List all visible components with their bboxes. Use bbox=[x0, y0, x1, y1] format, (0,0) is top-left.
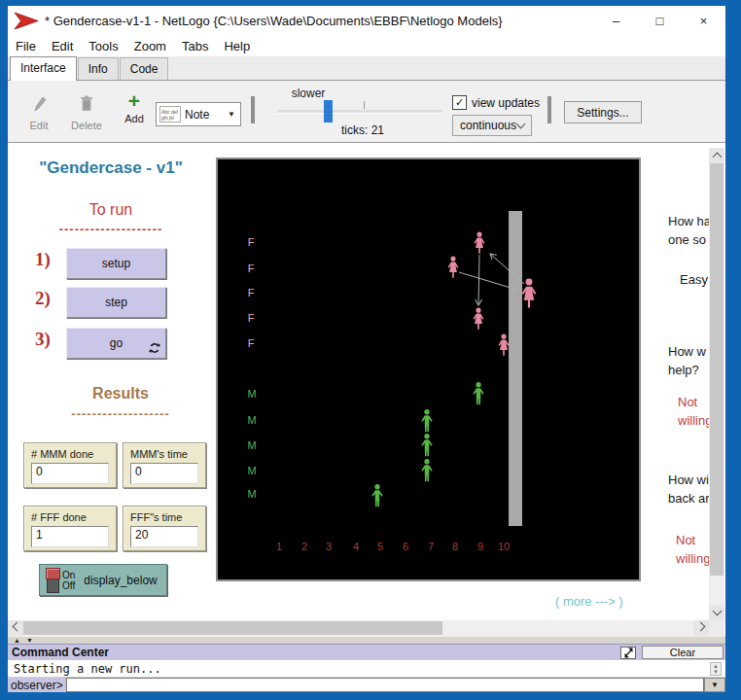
forever-loop-icon bbox=[149, 342, 160, 354]
plus-icon: + bbox=[115, 92, 154, 110]
row-label-male: M bbox=[247, 465, 256, 476]
display-below-switch[interactable]: On Off display_below bbox=[39, 564, 167, 596]
speed-slider-thumb[interactable] bbox=[324, 100, 333, 122]
link-arrow bbox=[478, 255, 479, 305]
delete-tool[interactable]: Delete bbox=[64, 95, 109, 131]
female-agent bbox=[475, 232, 485, 254]
ticks-counter: ticks: 21 bbox=[300, 123, 426, 137]
tab-info[interactable]: Info bbox=[78, 57, 119, 80]
widget-type-chooser[interactable]: Abc def ghi jkl Note ▼ bbox=[156, 102, 241, 126]
edit-tool[interactable]: Edit bbox=[19, 95, 58, 131]
to-run-divider: -------------------- bbox=[18, 222, 204, 236]
diagonal-resize-icon bbox=[623, 648, 634, 658]
menu-tabs[interactable]: Tabs bbox=[174, 39, 216, 53]
menu-edit[interactable]: Edit bbox=[44, 39, 81, 53]
horizontal-scrollbar-thumb[interactable] bbox=[23, 621, 442, 635]
scroll-up-button[interactable] bbox=[709, 148, 724, 163]
row-label-female: F bbox=[248, 337, 255, 349]
maximize-button[interactable]: □ bbox=[638, 6, 682, 35]
monitor-fff-done: # FFF done 1 bbox=[23, 506, 117, 551]
toolbar-separator bbox=[547, 96, 551, 123]
vertical-scrollbar-thumb[interactable] bbox=[710, 163, 723, 576]
menu-zoom[interactable]: Zoom bbox=[126, 39, 174, 53]
output-line: Starting a new run... bbox=[14, 662, 725, 676]
output-mini-scrollbar[interactable]: ▲▼ bbox=[710, 662, 722, 676]
monitor-mmm-time: MMM's time 0 bbox=[123, 442, 206, 488]
switch-track[interactable] bbox=[47, 568, 59, 593]
row-label-male: M bbox=[247, 414, 256, 426]
menu-help[interactable]: Help bbox=[216, 39, 258, 53]
row-label-female: F bbox=[248, 236, 255, 248]
update-mode-value: continuous bbox=[460, 119, 516, 132]
tab-code[interactable]: Code bbox=[120, 57, 169, 80]
speed-slider-label: slower bbox=[277, 87, 339, 100]
more-note: ( more ---> ) bbox=[555, 594, 662, 609]
row-label-female: F bbox=[248, 312, 255, 324]
prompt-history-dropdown[interactable]: ▼ bbox=[704, 678, 725, 692]
world-view[interactable]: FFFFFMMMMM12345678910 bbox=[216, 158, 641, 581]
x-axis-number: 2 bbox=[301, 541, 307, 552]
command-center-prompt-row: observer> ▼ bbox=[8, 678, 725, 692]
triangle-down-icon: ▼ bbox=[711, 681, 719, 689]
tab-bar: Interface Info Code bbox=[8, 56, 725, 81]
horizontal-scrollbar[interactable] bbox=[8, 620, 709, 636]
row-label-male: M bbox=[247, 488, 256, 500]
scroll-down-button[interactable] bbox=[709, 605, 724, 620]
speed-slider-center-tick bbox=[364, 101, 365, 109]
world-view-canvas: FFFFFMMMMM12345678910 bbox=[218, 159, 639, 579]
monitor-fff-time: FFF"s time 20 bbox=[123, 506, 206, 551]
x-axis-number: 10 bbox=[498, 541, 510, 552]
note-text: How haone so bbox=[668, 212, 710, 249]
tab-interface[interactable]: Interface bbox=[10, 56, 77, 81]
splitter-down-icon[interactable]: ▼ bbox=[26, 637, 33, 644]
observer-prompt-label[interactable]: observer> bbox=[8, 678, 66, 692]
window-title: * Gendercase-v1-1 - NetLogo {C:\Users\Wa… bbox=[45, 14, 503, 28]
wall-bar bbox=[509, 211, 522, 526]
step-button[interactable]: step bbox=[66, 287, 166, 318]
switch-off-label: Off bbox=[62, 580, 75, 591]
minimize-button[interactable]: – bbox=[594, 6, 638, 35]
menu-file[interactable]: File bbox=[8, 39, 44, 53]
vertical-scrollbar[interactable] bbox=[709, 148, 724, 620]
male-agent bbox=[421, 434, 432, 456]
command-input[interactable] bbox=[66, 678, 704, 692]
x-axis-number: 8 bbox=[452, 541, 458, 552]
x-axis-number: 5 bbox=[377, 541, 383, 552]
chevron-down-icon bbox=[516, 120, 526, 129]
x-axis-number: 4 bbox=[353, 541, 359, 552]
row-label-male: M bbox=[247, 388, 256, 400]
x-axis-number: 7 bbox=[428, 541, 434, 552]
scroll-left-button[interactable] bbox=[8, 620, 23, 636]
clear-button[interactable]: Clear bbox=[642, 646, 723, 659]
pencil-icon bbox=[31, 95, 47, 113]
step-number-3: 3) bbox=[35, 329, 62, 350]
expand-command-center-button[interactable] bbox=[620, 647, 636, 659]
update-mode-dropdown[interactable]: continuous bbox=[452, 115, 532, 136]
speed-slider-track[interactable] bbox=[277, 110, 442, 114]
menu-tools[interactable]: Tools bbox=[81, 39, 125, 53]
x-axis-number: 3 bbox=[326, 541, 332, 552]
go-button[interactable]: go bbox=[66, 328, 166, 359]
view-updates-checkbox[interactable]: ✓ bbox=[452, 95, 467, 110]
scroll-right-button[interactable] bbox=[693, 620, 709, 636]
splitter-up-icon[interactable]: ▲ bbox=[14, 637, 20, 644]
settings-button[interactable]: Settings... bbox=[564, 101, 642, 123]
add-tool[interactable]: + Add bbox=[115, 92, 154, 124]
toolbar-separator bbox=[251, 96, 255, 123]
command-center-splitter[interactable]: ▲ ▼ bbox=[8, 636, 725, 644]
switch-name-label: display_below bbox=[84, 574, 157, 587]
menu-bar: File Edit Tools Zoom Tabs Help bbox=[8, 35, 725, 57]
note-text: How whelp? bbox=[668, 342, 710, 379]
male-agent bbox=[473, 382, 483, 404]
setup-button[interactable]: setup bbox=[66, 248, 166, 279]
widget-type-label: Note bbox=[185, 108, 228, 122]
female-agent bbox=[522, 279, 537, 308]
close-button[interactable]: × bbox=[682, 6, 725, 35]
switch-knob[interactable] bbox=[46, 568, 60, 579]
note-text: How wiback ar bbox=[668, 471, 710, 508]
command-center-header: Command Center Clear bbox=[8, 644, 725, 660]
command-center-output: Starting a new run... ▲▼ bbox=[8, 660, 725, 678]
scrollbar-corner bbox=[709, 620, 724, 636]
x-axis-number: 1 bbox=[276, 541, 282, 552]
command-center-title: Command Center bbox=[12, 646, 109, 659]
